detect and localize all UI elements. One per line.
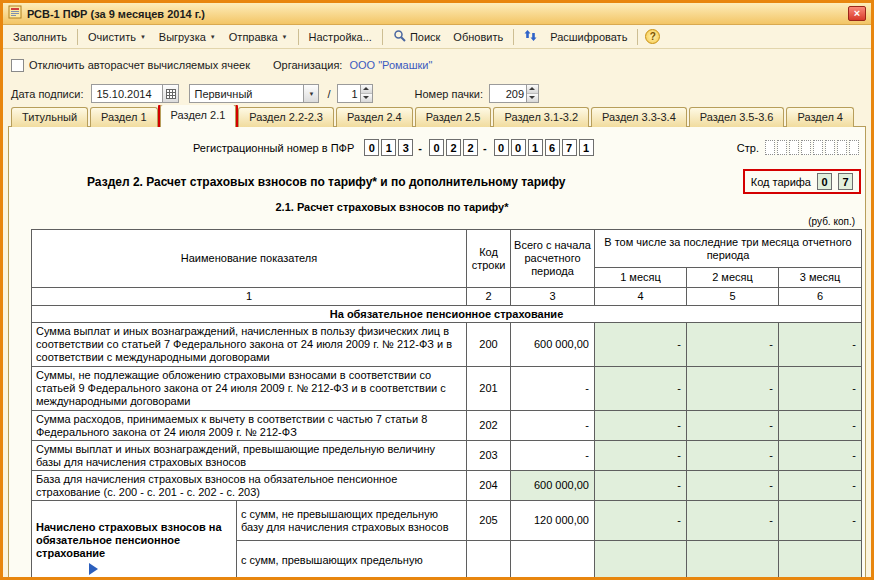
send-button[interactable]: Отправка ▼ (223, 28, 294, 46)
fill-button-label: Заполнить (13, 31, 67, 43)
col-header-month-2: 2 месяц (687, 268, 779, 288)
tab-razdel-3-5-3-6[interactable]: Раздел 3.5-3.6 (689, 107, 785, 127)
tariff-digit-cell[interactable]: 7 (838, 173, 853, 190)
row-month2-cell: - (687, 471, 779, 501)
row-month1-cell: - (595, 411, 687, 441)
report-type-select[interactable]: Первичный ▼ (189, 84, 319, 103)
window-title: РСВ-1 ПФР (за 9 месяцев 2014 г.) (27, 8, 205, 20)
row-total-cell[interactable]: 120 000,00 (511, 501, 595, 541)
autocalc-checkbox[interactable] (11, 59, 24, 72)
sign-date-value: 15.10.2014 (96, 88, 151, 100)
row-month1-cell: - (595, 471, 687, 501)
organization-link[interactable]: ООО "Ромашки" (349, 59, 432, 71)
row-total-cell[interactable]: - (511, 441, 595, 471)
row-month2-cell: - (687, 367, 779, 411)
row-month3-cell: - (779, 471, 862, 501)
tab-razdel-3-1-3-2[interactable]: Раздел 3.1-3.2 (493, 107, 589, 127)
subsection-title: 2.1. Расчет страховых взносов по тарифу* (9, 201, 865, 213)
row-name: Суммы выплат и иных вознаграждений, прев… (32, 441, 467, 471)
row-code (467, 541, 511, 578)
toolbar-separator (513, 29, 514, 45)
pack-number-label: Номер пачки: (415, 88, 484, 100)
search-button[interactable]: Поиск (387, 26, 446, 47)
dash-separator: - (418, 142, 422, 154)
row-month1-cell: - (595, 441, 687, 471)
col-header-code: Код строки (467, 230, 511, 288)
fill-button[interactable]: Заполнить (7, 28, 73, 46)
tab-razdel-2-4[interactable]: Раздел 2.4 (336, 107, 413, 127)
currency-note: (руб. коп.) (9, 216, 855, 227)
toolbar: Заполнить Очистить ▼ Выгрузка ▼ Отправка… (3, 25, 871, 49)
row-name: с сумм, превышающих предельную (237, 541, 467, 578)
settings-button-label: Настройка... (309, 31, 372, 43)
autocalc-checkbox-group[interactable]: Отключить авторасчет вычисляемых ячеек (11, 59, 273, 72)
row-month3-cell: - (779, 501, 862, 541)
tab-razdel-4[interactable]: Раздел 4 (786, 107, 854, 127)
pack-number-value: 209 (492, 88, 526, 100)
table-row-203: Суммы выплат и иных вознаграждений, прев… (32, 441, 862, 471)
upload-button[interactable]: Выгрузка ▼ (153, 28, 222, 46)
col-header-total: Всего с начала расчетного периода (511, 230, 595, 288)
search-button-label: Поиск (410, 31, 440, 43)
tariff-digit-cell[interactable]: 0 (817, 173, 832, 190)
tab-titulny[interactable]: Титульный (11, 107, 88, 127)
title-bar[interactable]: РСВ-1 ПФР (за 9 месяцев 2014 г.) × (3, 3, 871, 25)
stepper-up-icon[interactable] (361, 85, 372, 94)
chevron-down-icon[interactable]: ▼ (303, 85, 318, 102)
page-number-field[interactable]: Стр. (737, 140, 859, 155)
tab-razdel-2-1[interactable]: Раздел 2.1 (160, 105, 237, 127)
section-row-label: На обязательное пенсионное страхование (32, 306, 862, 323)
table-row-204: База для начисления страховых взносов на… (32, 471, 862, 501)
col-header-name: Наименование показателя (32, 230, 467, 288)
tab-razdel-2-5[interactable]: Раздел 2.5 (415, 107, 492, 127)
col-header-months-group: В том числе за последние три месяца отче… (595, 230, 862, 268)
stepper-arrows[interactable] (360, 85, 372, 102)
tab-razdel-1[interactable]: Раздел 1 (90, 107, 158, 127)
exchange-button[interactable] (518, 26, 543, 47)
send-button-label: Отправка (229, 31, 278, 43)
row-name: с сумм, не превышающих предельную базу д… (237, 501, 467, 541)
row-month2-cell: - (687, 323, 779, 367)
table-row-200: Сумма выплат и иных вознаграждений, начи… (32, 323, 862, 367)
row-month3-cell: - (779, 323, 862, 367)
refresh-button[interactable]: Обновить (447, 28, 509, 46)
row-total-cell[interactable] (511, 541, 595, 578)
tariff-code-highlight: Код тарифа 0 7 (743, 169, 861, 194)
row-total-cell[interactable]: - (511, 367, 595, 411)
sign-date-input[interactable]: 15.10.2014 (91, 84, 179, 103)
decrypt-button[interactable]: Расшифровать (544, 28, 633, 46)
digit-cell: 1 (381, 139, 396, 156)
pack-number-stepper[interactable]: 209 (489, 84, 539, 103)
stepper-down-icon[interactable] (527, 94, 538, 102)
row-month1-cell (595, 541, 687, 578)
clear-button-label: Очистить (88, 31, 136, 43)
autocalc-checkbox-label: Отключить авторасчет вычисляемых ячеек (29, 59, 250, 71)
calendar-icon[interactable] (162, 85, 178, 102)
digit-cell: 0 (494, 139, 509, 156)
stepper-up-icon[interactable] (527, 85, 538, 94)
row-month3-cell: - (779, 441, 862, 471)
section-title-row: Раздел 2. Расчет страховых взносов по та… (9, 169, 865, 194)
reg-number-field[interactable]: 0 1 3 - 0 2 2 - 0 0 1 6 7 1 (362, 139, 593, 156)
help-icon[interactable]: ? (645, 29, 660, 44)
toolbar-separator (382, 29, 383, 45)
correction-number-stepper[interactable]: 1 (337, 84, 373, 103)
clear-button[interactable]: Очистить ▼ (82, 28, 152, 46)
row-total-cell[interactable]: - (511, 411, 595, 441)
page-digit-cell (777, 140, 787, 155)
row-month3-cell: - (779, 411, 862, 441)
tariff-code-label: Код тарифа (751, 176, 811, 188)
tab-razdel-3-3-3-4[interactable]: Раздел 3.3-3.4 (591, 107, 687, 127)
stepper-arrows[interactable] (526, 85, 538, 102)
col-number: 1 (32, 288, 467, 306)
dash-separator: - (483, 142, 487, 154)
table-row-201: Суммы, не подлежащие обложению страховым… (32, 367, 862, 411)
col-header-month-1: 1 месяц (595, 268, 687, 288)
row-month1-cell: - (595, 367, 687, 411)
tab-razdel-2-2-2-3[interactable]: Раздел 2.2-2.3 (238, 107, 334, 127)
row-total-cell[interactable]: 600 000,00 (511, 323, 595, 367)
close-button[interactable]: × (848, 6, 866, 21)
page-digit-cell (825, 140, 835, 155)
settings-button[interactable]: Настройка... (303, 28, 378, 46)
stepper-down-icon[interactable] (361, 94, 372, 102)
